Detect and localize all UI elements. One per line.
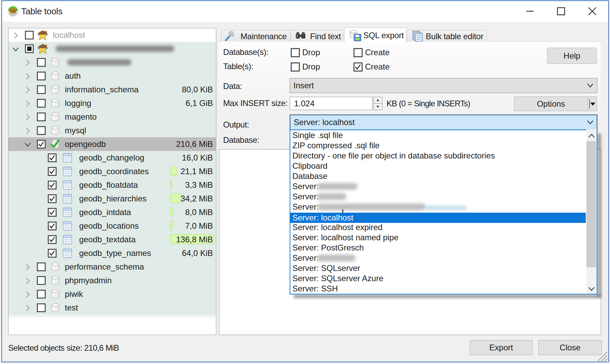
svg-text:HS: HS bbox=[11, 9, 16, 13]
